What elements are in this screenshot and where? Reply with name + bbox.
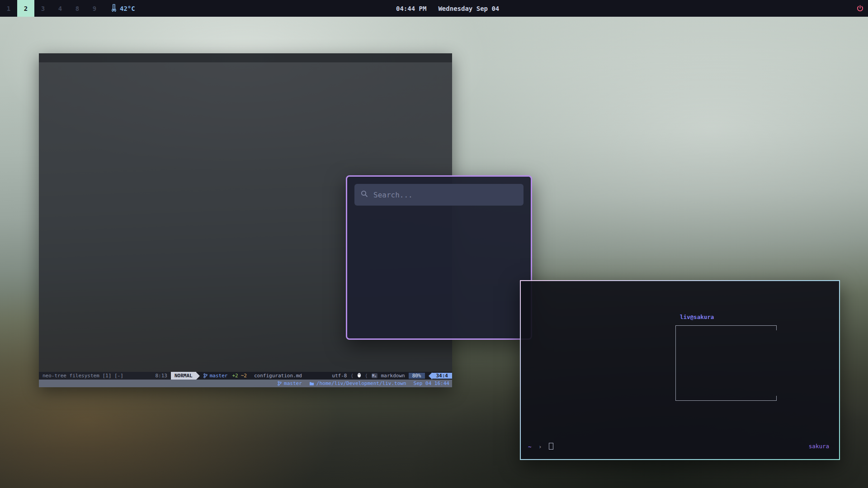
fetch-box-bottom: [675, 396, 777, 401]
workspace-8[interactable]: 8: [69, 0, 86, 17]
desktop: 123489 42°C 04:44 PM Wednesday Sep 04 ne…: [0, 0, 868, 488]
fetch-terminal-window[interactable]: liv@sakura ~ › sakura: [520, 280, 840, 460]
clock-time: 04:44 PM: [396, 5, 426, 12]
markdown-icon: M↓: [372, 373, 377, 378]
neotree-status-text: neo-tree filesystem [1] [-]: [42, 373, 123, 379]
launcher-search[interactable]: [354, 184, 524, 206]
tmux-clock: Sep 04 16:44: [414, 380, 449, 386]
fetch-box-top: [675, 325, 777, 330]
lualine-statusline: NORMAL master +2 ~2 configuration.md utf…: [171, 372, 452, 380]
separator: ⟨: [350, 373, 354, 379]
prompt-char: ›: [538, 443, 542, 450]
tmux-git-branch: master: [278, 380, 302, 386]
separator: [196, 372, 200, 380]
tmux-statusbar: master /home/liv/Development/liv.town Se…: [39, 380, 452, 387]
tmux-path: /home/liv/Development/liv.town: [309, 380, 406, 386]
separator: ⟨: [365, 373, 368, 379]
fetch-user-host: liv@sakura: [680, 314, 714, 320]
encoding: utf-8: [332, 373, 347, 379]
mode-indicator: NORMAL: [171, 372, 196, 380]
workspaces: 123489: [0, 0, 103, 17]
search-input[interactable]: [373, 190, 517, 200]
terminal-title: sakura: [809, 443, 829, 450]
power-button[interactable]: [857, 5, 863, 12]
cursor-position: 34:4: [432, 373, 453, 379]
workspace-3[interactable]: 3: [34, 0, 52, 17]
system-stats: [855, 0, 863, 17]
filetype: markdown: [381, 373, 405, 379]
shell-prompt[interactable]: ~ ›: [528, 443, 553, 450]
clock-date: Wednesday Sep 04: [438, 5, 499, 12]
search-icon: [361, 190, 368, 199]
workspace-1[interactable]: 1: [0, 0, 17, 17]
workspace-2[interactable]: 2: [17, 0, 34, 17]
os-penguin-icon: [357, 373, 361, 379]
temperature-value: 42°C: [120, 5, 135, 12]
clock: 04:44 PM Wednesday Sep 04: [396, 0, 499, 17]
buffer-tabline: [39, 53, 452, 62]
workspace-9[interactable]: 9: [86, 0, 103, 17]
fetch-box-left: [675, 330, 676, 396]
neotree-status-position: 8:13: [156, 373, 168, 379]
git-branch-segment: master: [203, 373, 228, 379]
git-added-count: +2: [232, 373, 238, 379]
neotree-statusline: neo-tree filesystem [1] [-] 8:13: [39, 372, 171, 380]
temperature-widget: 42°C: [111, 4, 135, 13]
git-modified-count: ~2: [241, 373, 247, 379]
thermometer-icon: [111, 4, 117, 13]
prompt-path: ~: [528, 443, 532, 450]
nixos-logo: [537, 291, 670, 434]
workspace-4[interactable]: 4: [52, 0, 69, 17]
scroll-percent: 80%: [409, 373, 425, 379]
filename: configuration.md: [254, 373, 302, 379]
terminal-cursor: [549, 443, 553, 450]
app-launcher: [346, 175, 532, 340]
status-bar: 123489 42°C 04:44 PM Wednesday Sep 04: [0, 0, 868, 17]
separator: [429, 372, 432, 380]
